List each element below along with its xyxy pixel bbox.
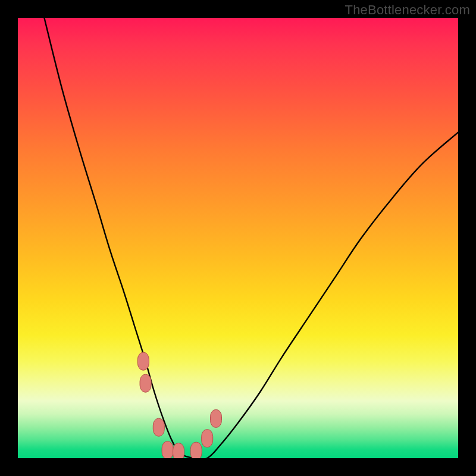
chart-overlay: [18, 18, 458, 458]
bottleneck-curve: [44, 18, 458, 458]
watermark-text: TheBottlenecker.com: [345, 2, 470, 18]
bottleneck-markers: [137, 352, 221, 458]
marker-point: [202, 430, 213, 447]
marker-point: [211, 409, 222, 427]
marker-point: [137, 352, 149, 370]
marker-point: [153, 418, 164, 436]
chart-frame: TheBottlenecker.com: [0, 0, 476, 476]
marker-point: [173, 443, 184, 458]
marker-point: [162, 441, 173, 458]
marker-point: [190, 442, 202, 458]
plot-area: [18, 18, 458, 458]
marker-point: [140, 374, 151, 392]
